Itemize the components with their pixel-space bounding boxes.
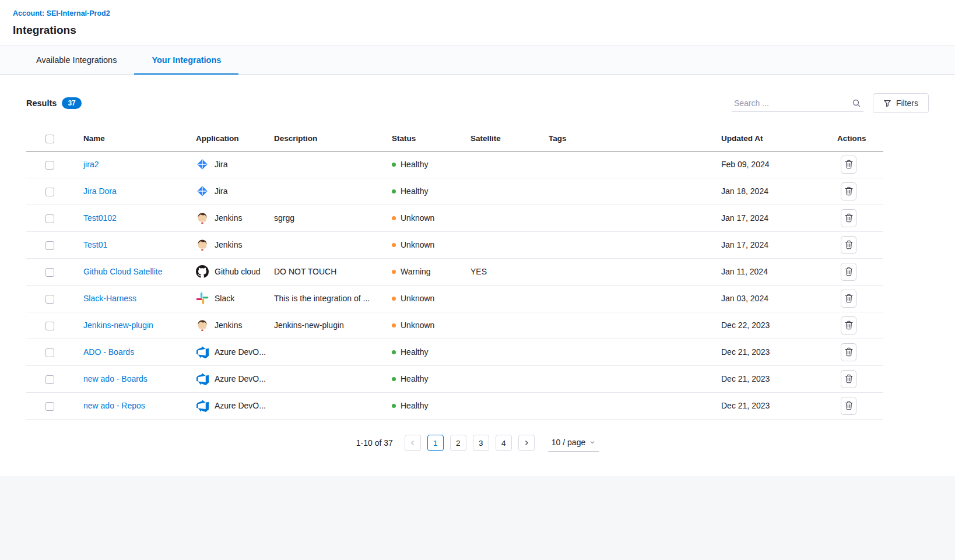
chevron-down-icon — [589, 439, 595, 445]
tab-available-integrations[interactable]: Available Integrations — [19, 46, 134, 74]
table-row: Jira Dora Jira Healthy Jan 18, 2024 — [26, 178, 883, 205]
integration-name-link[interactable]: Jira Dora — [83, 186, 117, 196]
delete-integration-button[interactable] — [841, 370, 856, 388]
application-label: Azure DevO... — [215, 347, 266, 357]
integration-name-link[interactable]: Jenkins-new-plugin — [83, 320, 153, 330]
integration-name-link[interactable]: new ado - Boards — [83, 374, 148, 383]
page-button-1[interactable]: 1 — [427, 435, 444, 451]
results-label: Results — [26, 98, 57, 108]
jenkins-icon — [196, 319, 209, 332]
updated-at-value: Jan 11, 2024 — [721, 267, 768, 276]
row-checkbox[interactable] — [45, 375, 54, 384]
application-label: Jenkins — [215, 320, 242, 330]
status-label: Healthy — [401, 186, 428, 196]
application-label: Slack — [215, 294, 234, 303]
row-checkbox[interactable] — [45, 214, 54, 223]
delete-integration-button[interactable] — [841, 397, 856, 415]
page-button-4[interactable]: 4 — [496, 435, 512, 451]
status-label: Healthy — [401, 374, 428, 383]
azure-devops-icon — [196, 346, 209, 358]
integration-name-link[interactable]: Slack-Harness — [83, 294, 136, 303]
select-all-checkbox[interactable] — [45, 135, 54, 143]
tab-bar: Available Integrations Your Integrations — [0, 46, 955, 75]
jenkins-icon — [196, 212, 209, 224]
search-input[interactable] — [734, 98, 852, 108]
updated-at-value: Jan 17, 2024 — [721, 213, 768, 223]
select-all-header-cell — [26, 128, 83, 151]
delete-integration-button[interactable] — [841, 263, 856, 281]
page-size-select[interactable]: 10 / page — [548, 435, 599, 452]
integration-name-link[interactable]: Test01 — [83, 240, 107, 249]
search-icon[interactable] — [852, 98, 861, 108]
delete-integration-button[interactable] — [841, 156, 856, 174]
results-count-badge: 37 — [62, 97, 81, 109]
integration-name-link[interactable]: Github Cloud Satellite — [83, 267, 162, 276]
github-icon — [196, 265, 209, 278]
page-header: Account: SEI-Internal-Prod2 Integrations — [0, 0, 955, 46]
status-label: Healthy — [401, 160, 428, 169]
trash-icon — [845, 294, 853, 303]
trash-icon — [845, 240, 853, 249]
table-row: Slack-Harness Slack This is the integrat… — [26, 285, 883, 312]
chevron-left-icon — [409, 439, 416, 446]
page-title: Integrations — [13, 24, 942, 37]
status-label: Unknown — [401, 294, 434, 303]
page-button-2[interactable]: 2 — [450, 435, 466, 451]
trash-icon — [845, 267, 853, 276]
row-checkbox[interactable] — [45, 348, 54, 357]
integration-name-link[interactable]: ADO - Boards — [83, 347, 134, 357]
table-row: ADO - Boards Azure DevO... Healthy Dec 2… — [26, 339, 883, 365]
description-text: sgrgg — [274, 213, 294, 223]
status-dot — [392, 189, 396, 193]
status-dot — [392, 163, 396, 167]
row-checkbox[interactable] — [45, 295, 54, 304]
jenkins-icon — [196, 238, 209, 251]
row-checkbox[interactable] — [45, 161, 54, 170]
table-row: Test01 Jenkins Unknown Jan 17, 2024 — [26, 231, 883, 258]
column-header-status: Status — [392, 128, 471, 151]
integration-name-link[interactable]: Test0102 — [83, 213, 117, 223]
jira-icon — [196, 158, 209, 171]
integration-name-link[interactable]: jira2 — [83, 160, 99, 169]
table-row: Test0102 Jenkins sgrgg Unknown Jan 17, 2… — [26, 205, 883, 231]
application-label: Jira — [215, 186, 228, 196]
row-checkbox[interactable] — [45, 188, 54, 196]
satellite-value: YES — [471, 267, 487, 276]
row-checkbox[interactable] — [45, 402, 54, 411]
status-dot — [392, 216, 396, 220]
delete-integration-button[interactable] — [841, 182, 856, 200]
description-text: DO NOT TOUCH — [274, 267, 336, 276]
column-header-description: Description — [274, 128, 392, 151]
application-label: Azure DevO... — [215, 374, 266, 383]
table-header-row: Name Application Description Status Sate… — [26, 128, 883, 151]
column-header-actions: Actions — [837, 128, 883, 151]
page-button-3[interactable]: 3 — [473, 435, 489, 451]
chevron-right-icon — [523, 439, 530, 446]
updated-at-value: Dec 21, 2023 — [721, 374, 770, 383]
delete-integration-button[interactable] — [841, 209, 856, 227]
trash-icon — [845, 401, 853, 410]
trash-icon — [845, 374, 853, 383]
account-link[interactable]: Account: SEI-Internal-Prod2 — [13, 9, 110, 17]
column-header-application: Application — [196, 128, 274, 151]
next-page-button[interactable] — [518, 435, 535, 451]
filters-button[interactable]: Filters — [873, 93, 929, 113]
column-header-tags: Tags — [549, 128, 721, 151]
pagination-range-label: 1-10 of 37 — [356, 438, 393, 448]
delete-integration-button[interactable] — [841, 290, 856, 308]
delete-integration-button[interactable] — [841, 236, 856, 254]
delete-integration-button[interactable] — [841, 316, 856, 334]
toolbar: Results 37 Filters — [26, 93, 929, 113]
filters-label: Filters — [896, 98, 918, 108]
integrations-table: Name Application Description Status Sate… — [26, 128, 883, 420]
delete-integration-button[interactable] — [841, 343, 856, 361]
row-checkbox[interactable] — [45, 268, 54, 277]
integration-name-link[interactable]: new ado - Repos — [83, 401, 145, 410]
row-checkbox[interactable] — [45, 241, 54, 250]
status-label: Healthy — [401, 347, 428, 357]
row-checkbox[interactable] — [45, 322, 54, 330]
tab-your-integrations[interactable]: Your Integrations — [134, 46, 238, 74]
updated-at-value: Dec 22, 2023 — [721, 320, 770, 330]
trash-icon — [845, 186, 853, 196]
previous-page-button[interactable] — [405, 435, 421, 451]
